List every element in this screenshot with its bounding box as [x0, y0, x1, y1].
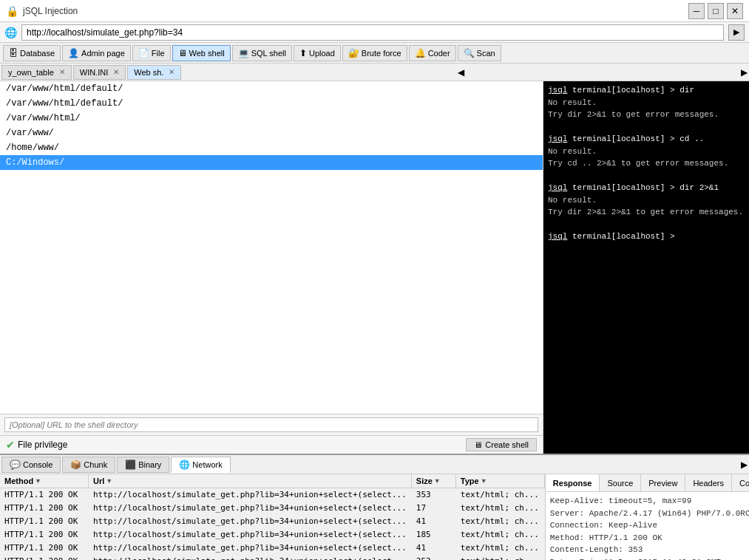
cell-method: HTTP/1.1 200 OK: [0, 542, 89, 554]
network-right: Response Source Preview Headers Cookies …: [546, 474, 749, 560]
chunk-tab[interactable]: 📦 Chunk: [62, 457, 115, 473]
scan-button[interactable]: 🔍 Scan: [458, 45, 501, 61]
cell-method: HTTP/1.1 200 OK: [0, 528, 89, 541]
main-toolbar: 🗄 Database 👤 Admin page 📄 File 🖥 Web she…: [0, 43, 749, 64]
chunk-label: Chunk: [84, 460, 107, 469]
admin-button[interactable]: 👤 Admin page: [62, 45, 131, 61]
table-row[interactable]: HTTP/1.1 200 OK http://localhost/simulat…: [0, 502, 545, 515]
table-row[interactable]: HTTP/1.1 200 OK http://localhost/simulat…: [0, 488, 545, 502]
close-button[interactable]: ✕: [727, 3, 743, 19]
terminal-line: No result.: [548, 146, 745, 158]
response-tab[interactable]: Response: [546, 474, 600, 491]
chunk-icon: 📦: [70, 460, 81, 470]
size-header: Size: [416, 477, 433, 485]
tabs-scroll-right[interactable]: ▶: [741, 460, 748, 470]
terminal-line: No result.: [548, 97, 745, 109]
network-icon: 🌐: [179, 460, 190, 470]
tab-web-shell[interactable]: Web sh. ✕: [127, 65, 181, 80]
url-sort-icon[interactable]: ▼: [106, 477, 112, 485]
binary-tab[interactable]: ⬛ Binary: [117, 457, 169, 473]
table-row[interactable]: HTTP/1.1 200 OK http://localhost/simulat…: [0, 528, 545, 542]
terminal-line: No result.: [548, 194, 745, 207]
type-sort-icon[interactable]: ▼: [481, 477, 487, 485]
cookies-tab[interactable]: Cookies: [732, 474, 749, 491]
tab-label: WIN.INI: [80, 68, 109, 77]
address-icon: 🌐: [4, 27, 17, 38]
console-tab[interactable]: 💬 Console: [1, 457, 61, 473]
terminal-line: jsql terminal[localhost] > dir 2>&1: [548, 182, 745, 194]
source-tab[interactable]: Source: [600, 474, 641, 491]
list-item[interactable]: /home/www/: [0, 140, 543, 155]
headers-tab[interactable]: Headers: [685, 474, 732, 491]
database-icon: 🗄: [9, 48, 18, 58]
shell-url-input[interactable]: [4, 417, 538, 432]
method-header: Method: [4, 477, 33, 485]
list-item[interactable]: /var/www/: [0, 126, 543, 140]
tab-scroll-left[interactable]: ◀: [458, 67, 464, 78]
address-input[interactable]: [21, 24, 724, 41]
list-item[interactable]: /var/www/html/default/: [0, 96, 543, 111]
table-row[interactable]: HTTP/1.1 200 OK http://localhost/simulat…: [0, 555, 545, 560]
terminal-line: jsql terminal[localhost] > cd ..: [548, 133, 745, 146]
col-method: Method ▼: [0, 474, 89, 488]
cell-method: HTTP/1.1 200 OK: [0, 502, 89, 514]
cell-size: 41: [412, 542, 456, 554]
coder-button[interactable]: 🔔 Coder: [409, 45, 456, 61]
response-tabs: Response Source Preview Headers Cookies …: [546, 474, 749, 492]
database-button[interactable]: 🗄 Database: [3, 45, 61, 61]
table-row[interactable]: HTTP/1.1 200 OK http://localhost/simulat…: [0, 542, 545, 555]
tab-scroll-right[interactable]: ▶: [741, 67, 748, 78]
list-item-selected[interactable]: C:/Windows/: [0, 155, 543, 170]
privilege-bar: ✔ File privilege 🖥 Create shell: [0, 435, 543, 454]
cell-url: http://localhost/simulate_get.php?lib=34…: [89, 542, 412, 554]
table-body[interactable]: HTTP/1.1 200 OK http://localhost/simulat…: [0, 488, 545, 560]
cell-url: http://localhost/simulate_get.php?lib=34…: [89, 515, 412, 527]
webshell-button[interactable]: 🖥 Web shell: [172, 45, 231, 61]
method-sort-icon[interactable]: ▼: [35, 477, 41, 485]
address-bar: 🌐 ▶: [0, 22, 749, 43]
file-list[interactable]: /var/www/html/default/ /var/www/html/def…: [0, 81, 543, 414]
tab-close-icon[interactable]: ✕: [113, 68, 119, 76]
create-shell-icon: 🖥: [474, 440, 482, 449]
privilege-label: File privilege: [18, 440, 67, 450]
cell-url: http://localhost/simulate_get.php?lib=34…: [89, 502, 412, 514]
tab-win-ini[interactable]: WIN.INI ✕: [73, 65, 126, 80]
upload-button[interactable]: ⬆ Upload: [294, 45, 341, 61]
cell-type: text/html; ch...: [456, 515, 545, 527]
preview-tab[interactable]: Preview: [641, 474, 685, 491]
bottom-area: Method ▼ Url ▼ Size ▼ Type ▼ HTTP/1.1 20…: [0, 474, 749, 560]
cell-type: text/html; ch...: [456, 528, 545, 541]
network-left: Method ▼ Url ▼ Size ▼ Type ▼ HTTP/1.1 20…: [0, 474, 546, 560]
sqlshell-button[interactable]: 💻 SQL shell: [232, 45, 292, 61]
file-label: File: [152, 49, 165, 58]
window-title: jSQL Injection: [23, 6, 78, 16]
cell-type: text/html; ch...: [456, 555, 545, 560]
list-item[interactable]: /var/www/html/default/: [0, 81, 543, 96]
table-header: Method ▼ Url ▼ Size ▼ Type ▼: [0, 474, 545, 488]
main-content: /var/www/html/default/ /var/www/html/def…: [0, 81, 749, 454]
col-type: Type ▼: [456, 474, 545, 488]
bruteforce-button[interactable]: 🔐 Brute force: [342, 45, 407, 61]
tab-y-own-table[interactable]: y_own_table ✕: [1, 65, 72, 80]
tab-close-icon[interactable]: ✕: [169, 68, 174, 76]
size-sort-icon[interactable]: ▼: [434, 477, 441, 485]
list-item[interactable]: /var/www/html/: [0, 111, 543, 126]
cell-type: text/html; ch...: [456, 502, 545, 514]
address-go-button[interactable]: ▶: [728, 24, 745, 41]
terminal-line: jsql terminal[localhost] >: [548, 231, 745, 243]
create-shell-button[interactable]: 🖥 Create shell: [466, 438, 537, 451]
file-button[interactable]: 📄 File: [132, 45, 171, 61]
tab-close-icon[interactable]: ✕: [59, 68, 65, 76]
cell-url: http://localhost/simulate_get.php?lib=34…: [89, 528, 412, 541]
minimize-button[interactable]: ─: [688, 3, 705, 19]
console-icon: 💬: [10, 460, 21, 470]
cell-method: HTTP/1.1 200 OK: [0, 488, 89, 501]
table-row[interactable]: HTTP/1.1 200 OK http://localhost/simulat…: [0, 515, 545, 528]
network-tab[interactable]: 🌐 Network: [171, 457, 230, 473]
binary-icon: ⬛: [125, 460, 136, 470]
maximize-button[interactable]: □: [708, 3, 724, 19]
tab-label: Web sh.: [134, 68, 163, 77]
terminal-content[interactable]: jsql terminal[localhost] > dir No result…: [543, 81, 749, 454]
type-header: Type: [461, 477, 479, 485]
response-content: Keep-Alive: timeout=5, max=99 Server: Ap…: [546, 492, 749, 560]
